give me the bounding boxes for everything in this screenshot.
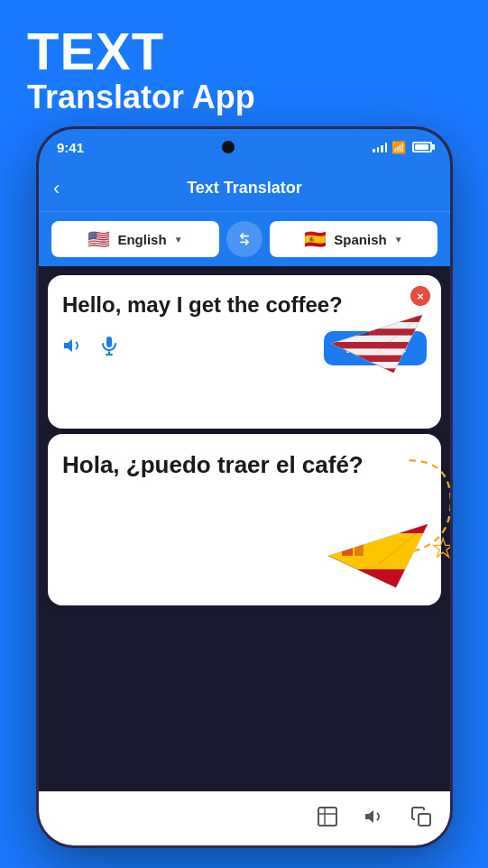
mic-icon[interactable] <box>98 335 120 362</box>
svg-point-18 <box>341 320 345 324</box>
svg-point-11 <box>349 307 353 310</box>
svg-rect-37 <box>419 814 430 826</box>
usa-paper-plane <box>327 302 427 383</box>
svg-rect-31 <box>324 569 432 601</box>
svg-rect-4 <box>327 328 427 335</box>
svg-point-9 <box>333 307 336 310</box>
svg-rect-3 <box>327 316 427 322</box>
svg-rect-32 <box>342 540 353 556</box>
svg-point-15 <box>353 314 356 318</box>
svg-rect-7 <box>327 368 427 374</box>
target-lang-chevron: ▼ <box>394 235 403 245</box>
svg-rect-30 <box>324 533 432 569</box>
source-lang-name: English <box>117 232 166 247</box>
source-language-button[interactable]: 🇺🇸 English ▼ <box>51 221 219 257</box>
expand-icon[interactable] <box>317 806 338 833</box>
header-title-sub: Translator App <box>27 78 461 116</box>
output-text: Hola, ¿puedo traer el café? <box>62 448 427 481</box>
copy-icon[interactable] <box>410 806 432 833</box>
svg-rect-23 <box>106 337 112 347</box>
svg-point-14 <box>345 314 348 318</box>
battery-icon <box>412 142 432 152</box>
svg-marker-26 <box>434 539 453 558</box>
svg-point-17 <box>333 320 336 324</box>
svg-rect-29 <box>324 511 432 533</box>
phone-frame: 9:41 📶 ‹ Text Translator 🇺🇸 English <box>36 126 453 848</box>
back-button[interactable]: ‹ <box>53 177 60 200</box>
target-flag: 🇪🇸 <box>304 228 327 250</box>
swap-button[interactable] <box>226 221 262 257</box>
speaker-icon[interactable] <box>62 335 84 362</box>
svg-rect-6 <box>327 356 427 362</box>
svg-point-12 <box>357 307 361 310</box>
signal-icon <box>373 142 387 152</box>
status-bar: 9:41 📶 <box>39 129 450 165</box>
status-time: 9:41 <box>57 140 84 155</box>
svg-point-13 <box>336 314 340 318</box>
bottom-toolbar <box>39 791 450 845</box>
svg-rect-5 <box>327 342 427 348</box>
output-card: Hola, ¿puedo traer el café? <box>48 434 441 605</box>
status-icons: 📶 <box>373 141 432 154</box>
svg-rect-2 <box>327 302 427 309</box>
wifi-icon: 📶 <box>391 141 406 154</box>
action-icons <box>62 335 120 362</box>
source-flag: 🇺🇸 <box>87 228 110 250</box>
camera-notch <box>222 141 235 153</box>
app-title: Text Translator <box>187 179 302 198</box>
svg-point-16 <box>362 314 365 318</box>
header-section: TEXT Translator App <box>0 0 488 125</box>
close-icon: × <box>417 291 424 302</box>
app-bar: ‹ Text Translator <box>39 165 450 212</box>
svg-rect-36 <box>318 808 336 826</box>
header-title-bold: TEXT <box>27 25 461 78</box>
svg-rect-8 <box>327 302 369 336</box>
source-lang-chevron: ▼ <box>174 235 183 245</box>
spain-plane-svg <box>324 511 432 601</box>
svg-point-10 <box>341 307 345 310</box>
usa-plane-svg <box>327 302 427 385</box>
swap-icon <box>235 230 253 248</box>
spain-paper-plane <box>324 511 432 596</box>
target-lang-name: Spanish <box>334 232 386 247</box>
output-speaker-icon[interactable] <box>364 806 385 833</box>
svg-point-20 <box>357 320 361 324</box>
target-language-button[interactable]: 🇪🇸 Spanish ▼ <box>270 221 437 257</box>
svg-point-19 <box>349 320 353 324</box>
input-card: × Hello, may I get the coffee? <box>48 275 441 429</box>
language-bar: 🇺🇸 English ▼ 🇪🇸 Spanish ▼ <box>39 212 450 266</box>
